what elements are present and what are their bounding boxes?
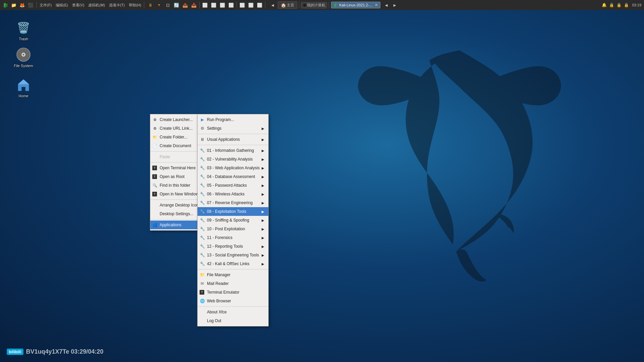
create-document-icon: 📄 [152,143,158,148]
toolbar-btn11[interactable]: ⬜ [256,1,264,9]
social-eng-arrow: ▶ [262,253,264,257]
file-manager-icon: 📁 [200,272,205,278]
apps-info-gathering[interactable]: 🔧 01 - Information Gathering ▶ [198,146,268,155]
run-program-icon: ▶ [200,117,205,122]
toolbar-btn4[interactable]: 📥 [190,1,198,9]
tab-next-btn[interactable]: ▶ [391,1,399,9]
menu-vm[interactable]: 虚拟机(M) [86,0,107,10]
nav-back-btn[interactable]: ◀ [269,1,277,9]
create-launcher-icon: ⚙ [152,117,158,122]
toolbar-btn6[interactable]: ⬜ [210,1,218,9]
open-as-root-icon: T [152,174,157,179]
taskbar-icon-firefox[interactable]: 🦊 [18,1,26,9]
find-icon: 🔍 [152,183,158,188]
menu-file[interactable]: 文件(F) [38,0,54,10]
paste-icon [152,154,158,160]
info-gathering-icon: 🔧 [200,148,205,153]
apps-vuln-analysis[interactable]: 🔧 02 - Vulnerability Analysis ▶ [198,155,268,164]
taskbar-icon-files[interactable]: 📁 [10,1,18,9]
toolbar-btn9[interactable]: ⬜ [238,1,246,9]
wireless-icon: 🔧 [200,191,205,197]
sep-after-icons [37,2,37,8]
reporting-icon: 🔧 [200,244,205,249]
apps-run-program[interactable]: ▶ Run Program... [198,115,268,124]
apps-forensics[interactable]: 🔧 11 - Forensics ▶ [198,233,268,242]
nav-home-btn[interactable]: 🏠 主页 [278,1,297,9]
sniffing-icon: 🔧 [200,218,205,223]
forensics-arrow: ▶ [262,236,264,240]
settings-icon: ⚙ [200,126,205,131]
desktop-icon-home[interactable]: Home [10,75,37,100]
toolbar-btn5[interactable]: ⬜ [201,1,209,9]
apps-exploitation[interactable]: 🔧 08 - Exploitation Tools ▶ [198,207,268,216]
apps-terminal[interactable]: T Terminal Emulator [198,288,268,297]
filesystem-label: File System [13,63,34,68]
toolbar-btn1[interactable]: ⊡ [164,1,172,9]
apps-context-menu: ▶ Run Program... ⚙ Settings ▶ 🖥 Usual Ap… [197,114,269,326]
tab-prev-btn[interactable]: ◀ [382,1,390,9]
apps-sep1 [198,145,268,145]
watermark: bilibili BV1uq4y1X7Te 03:29/04:20 [7,348,103,355]
settings-arrow: ▶ [262,127,264,130]
apps-web-app[interactable]: 🔧 03 - Web Application Analysis ▶ [198,164,268,172]
toolbar-pause-btn[interactable]: ⏸ [146,1,154,9]
mail-reader-icon: ✉ [200,281,205,286]
apps-sniffing[interactable]: 🔧 09 - Sniffing & Spoofing ▶ [198,216,268,225]
menu-edit[interactable]: 编辑(E) [54,0,70,10]
forensics-icon: 🔧 [200,235,205,240]
toolbar-btn3[interactable]: 📤 [181,1,189,9]
desktop-icon-trash[interactable]: 🗑️ Trash [10,18,37,43]
toolbar-btn2[interactable]: 🔄 [172,1,180,9]
apps-sep2 [198,269,268,269]
window-tab-close[interactable]: ✕ [375,3,378,7]
apps-log-out[interactable]: Log Out [198,316,268,325]
tray-icon-lock3[interactable]: 🔒 [623,2,629,8]
password-icon: 🔧 [200,183,205,188]
apps-sep0 [198,134,268,134]
trash-icon: 🗑️ [15,20,32,36]
reporting-arrow: ▶ [262,245,264,248]
apps-about-xfce[interactable]: About Xfce [198,308,268,316]
wireless-arrow: ▶ [262,192,264,196]
tray-icon-lock2[interactable]: 🔒 [616,2,622,8]
tray-icon-notif[interactable]: 🔔 [601,2,607,8]
create-url-icon: ⚙ [152,126,158,131]
apps-mail-reader[interactable]: ✉ Mail Reader [198,279,268,288]
apps-wireless[interactable]: 🔧 06 - Wireless Attacks ▶ [198,190,268,198]
desktop-icon-filesystem[interactable]: File System [10,45,37,69]
apps-social-eng[interactable]: 🔧 13 - Social Engineering Tools ▶ [198,251,268,259]
post-exploit-icon: 🔧 [200,226,205,232]
apps-password[interactable]: 🔧 05 - Password Attacks ▶ [198,181,268,190]
apps-reporting[interactable]: 🔧 12 - Reporting Tools ▶ [198,242,268,251]
toolbar-pause-arrow[interactable]: ▼ [155,1,163,9]
apps-settings[interactable]: ⚙ Settings ▶ [198,124,268,133]
toolbar-btn7[interactable]: ⬜ [218,1,226,9]
toolbar-btn8[interactable]: ⬜ [227,1,235,9]
taskbar-left-icons: 🐉 📁 🦊 ⬛ [0,1,36,9]
taskbar-icon-start[interactable]: 🐉 [1,1,9,9]
info-gathering-arrow: ▶ [262,149,264,153]
apps-kali-links[interactable]: 🔧 42 - Kali & OffSec Links ▶ [198,259,268,268]
apps-usual-apps[interactable]: 🖥 Usual Applications ▶ [198,135,268,144]
filesystem-icon [15,47,32,63]
open-terminal-icon: T [152,166,157,170]
arrange-icon [152,202,158,208]
database-arrow: ▶ [262,175,264,179]
dragon-silhouette [342,34,577,285]
apps-web-browser[interactable]: 🌐 Web Browser [198,297,268,305]
active-window-tab[interactable]: 🐉 Kali-Linux-2021.2-... ✕ [331,2,380,8]
apps-post-exploit[interactable]: 🔧 10 - Post Exploitation ▶ [198,225,268,233]
apps-database[interactable]: 🔧 04 - Database Assessment ▶ [198,172,268,181]
create-folder-icon: 📁 [152,134,158,140]
open-new-window-icon: T [152,192,157,196]
toolbar-btn10[interactable]: ⬜ [247,1,255,9]
taskbar-icon-terminal[interactable]: ⬛ [26,1,35,9]
vuln-analysis-icon: 🔧 [200,157,205,162]
apps-reverse[interactable]: 🔧 07 - Reverse Engineering ▶ [198,198,268,207]
menu-tabs[interactable]: 选项卡(T) [107,0,127,10]
apps-file-manager[interactable]: 📁 File Manager [198,270,268,279]
menu-view[interactable]: 查看(V) [70,0,87,10]
menu-help[interactable]: 帮助(H) [127,0,143,10]
nav-computer-btn[interactable]: 🖥 我的计算机 [301,2,327,8]
tray-icon-lock1[interactable]: 🔒 [608,2,614,8]
